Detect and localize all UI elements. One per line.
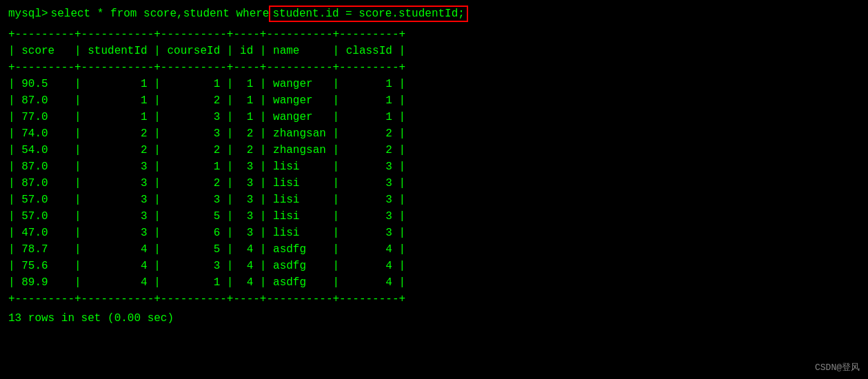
table-row: | 74.0 | 2 | 3 | 2 | zhangsan | 2 | (8, 125, 860, 142)
table-row: | 75.6 | 4 | 3 | 4 | asdfg | 4 | (8, 258, 860, 274)
command-text-highlighted: student.id = score.studentId; (269, 6, 467, 22)
table-rows: | 90.5 | 1 | 1 | 1 | wanger | 1 || 87.0 … (8, 76, 860, 291)
table-row: | 87.0 | 3 | 2 | 3 | lisi | 3 | (8, 175, 860, 192)
table-row: | 78.7 | 4 | 5 | 4 | asdfg | 4 | (8, 241, 860, 258)
summary-line: 13 rows in set (0.00 sec) (8, 310, 860, 327)
divider-top: +---------+-----------+----------+----+-… (8, 26, 860, 43)
table-row: | 47.0 | 3 | 6 | 3 | lisi | 3 | (8, 225, 860, 241)
table-row: | 57.0 | 3 | 5 | 3 | lisi | 3 | (8, 208, 860, 225)
table-row: | 54.0 | 2 | 2 | 2 | zhangsan | 2 | (8, 142, 860, 158)
table-row: | 57.0 | 3 | 3 | 3 | lisi | 3 | (8, 192, 860, 208)
divider-bot: +---------+-----------+----------+----+-… (8, 291, 860, 307)
command-line: mysql> select * from score,student where… (8, 6, 860, 22)
table-row: | 87.0 | 1 | 2 | 1 | wanger | 1 | (8, 92, 860, 109)
table-row: | 87.0 | 3 | 1 | 3 | lisi | 3 | (8, 158, 860, 175)
table-header: | score | studentId | courseId | id | na… (8, 43, 860, 59)
query-result-table: +---------+-----------+----------+----+-… (8, 26, 860, 307)
table-row: | 90.5 | 1 | 1 | 1 | wanger | 1 | (8, 76, 860, 92)
mysql-prompt: mysql> (8, 8, 48, 20)
command-text-before: select * from score,student where (51, 8, 270, 20)
terminal-window: mysql> select * from score,student where… (0, 0, 868, 379)
table-row: | 89.9 | 4 | 1 | 4 | asdfg | 4 | (8, 274, 860, 291)
divider-mid: +---------+-----------+----------+----+-… (8, 59, 860, 76)
table-row: | 77.0 | 1 | 3 | 1 | wanger | 1 | (8, 109, 860, 125)
watermark: CSDN@登风 (815, 361, 860, 373)
